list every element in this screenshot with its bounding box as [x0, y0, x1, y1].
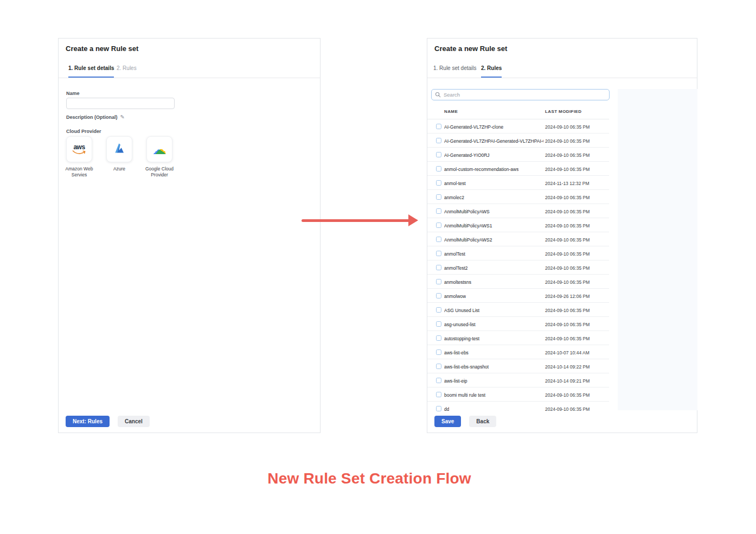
- table-row[interactable]: aws-list-ebs-snapshot 2024-10-14 09:22 P…: [427, 359, 609, 373]
- rules-table: AI-Generated-VL7ZHP-clone 2024-09-10 06:…: [427, 119, 609, 412]
- provider-option-azure: Azure: [106, 136, 132, 178]
- table-row[interactable]: aws-list-eip 2024-10-14 09:21 PM: [427, 373, 609, 387]
- table-row[interactable]: AI-Generated-VL7ZHP-clone 2024-09-10 06:…: [427, 119, 609, 134]
- column-header-name: NAME: [444, 109, 458, 114]
- last-modified: 2024-09-10 06:35 PM: [545, 265, 590, 271]
- create-ruleset-dialog-step2: Create a new Rule set 1. Rule set detail…: [427, 38, 697, 433]
- table-row[interactable]: anmolTest 2024-09-10 06:35 PM: [427, 246, 609, 260]
- row-checkbox[interactable]: [436, 265, 441, 270]
- table-row[interactable]: anmol-test 2024-11-13 12:32 PM: [427, 176, 609, 190]
- rule-name: AI-Generated-VL7ZHP-clone: [444, 124, 503, 130]
- cancel-button[interactable]: Cancel: [118, 416, 150, 427]
- dialog-title: Create a new Rule set: [434, 44, 507, 53]
- table-row[interactable]: AI-Generated-VL7ZHPAI-Generated-VL7ZHPAI…: [427, 134, 609, 148]
- provider-label: Azure: [102, 166, 136, 172]
- description-label-row: Description (Optional)✎: [66, 114, 125, 120]
- aws-icon: aws: [72, 144, 86, 155]
- row-checkbox[interactable]: [436, 335, 441, 341]
- row-checkbox[interactable]: [436, 349, 441, 355]
- flow-arrow: [302, 219, 411, 222]
- azure-icon: [112, 141, 126, 157]
- create-ruleset-dialog-step1: Create a new Rule set 1. Rule set detail…: [58, 38, 321, 433]
- last-modified: 2024-10-14 09:21 PM: [545, 378, 590, 384]
- table-row[interactable]: AnmolMultiPolicyAWS 2024-09-10 06:35 PM: [427, 204, 609, 218]
- row-checkbox[interactable]: [436, 208, 441, 214]
- last-modified: 2024-09-10 06:35 PM: [545, 279, 590, 285]
- table-row[interactable]: anmoltestsns 2024-09-10 06:35 PM: [427, 275, 609, 289]
- name-input[interactable]: [66, 98, 175, 109]
- tab-label: 2. Rules: [481, 62, 502, 74]
- row-checkbox[interactable]: [436, 223, 441, 228]
- provider-option-gcp: ☁ Google Cloud Provider: [146, 136, 172, 178]
- provider-label: Google Cloud Provider: [143, 166, 176, 178]
- table-row[interactable]: AnmolMultiPolicyAWS1 2024-09-10 06:35 PM: [427, 218, 609, 232]
- row-checkbox[interactable]: [436, 124, 441, 129]
- tab-rule-set-details[interactable]: 1. Rule set details: [433, 62, 477, 78]
- row-checkbox[interactable]: [436, 251, 441, 256]
- rule-name: anmolwow: [444, 294, 466, 299]
- provider-label: Amazon Web Servies: [62, 166, 96, 178]
- last-modified: 2024-09-10 06:35 PM: [545, 406, 590, 412]
- aws-card[interactable]: aws: [66, 136, 92, 162]
- rule-name: AnmolMultiPolicyAWS: [444, 209, 490, 214]
- last-modified: 2024-09-10 06:35 PM: [545, 167, 590, 172]
- row-checkbox[interactable]: [436, 180, 441, 186]
- last-modified: 2024-09-10 06:35 PM: [545, 195, 590, 200]
- rule-name: AI-Generated-YIO0RJ: [444, 152, 490, 158]
- last-modified: 2024-11-13 12:32 PM: [545, 181, 590, 186]
- tab-rule-set-details[interactable]: 1. Rule set details: [68, 62, 114, 78]
- rule-name: boomi multi rule test: [444, 392, 485, 398]
- table-row[interactable]: dd 2024-09-10 06:35 PM: [427, 402, 609, 412]
- table-header: NAME LAST MODIFIED: [427, 107, 609, 119]
- rule-name: AnmolMultiPolicyAWS1: [444, 223, 492, 228]
- table-row[interactable]: anmol-custom-recommendation-aws 2024-09-…: [427, 162, 609, 176]
- rule-name: anmol-custom-recommendation-aws: [444, 167, 518, 172]
- table-row[interactable]: boomi multi rule test 2024-09-10 06:35 P…: [427, 387, 609, 402]
- table-row[interactable]: aws-list-ebs 2024-10-07 10:44 AM: [427, 345, 609, 359]
- table-row[interactable]: anmolwow 2024-09-26 12:06 PM: [427, 289, 609, 303]
- dialog-title: Create a new Rule set: [66, 44, 138, 53]
- row-checkbox[interactable]: [436, 364, 441, 369]
- last-modified: 2024-09-10 06:35 PM: [545, 138, 590, 144]
- caption-text: New Rule Set Creation Flow: [0, 470, 739, 487]
- row-checkbox[interactable]: [436, 279, 441, 284]
- row-checkbox[interactable]: [436, 194, 441, 200]
- row-checkbox[interactable]: [436, 293, 441, 298]
- row-checkbox[interactable]: [436, 166, 441, 171]
- table-row[interactable]: AnmolMultiPolicyAWS2 2024-09-10 06:35 PM: [427, 232, 609, 246]
- table-row[interactable]: asg-unused-list 2024-09-10 06:35 PM: [427, 317, 609, 331]
- row-checkbox[interactable]: [436, 138, 441, 143]
- last-modified: 2024-10-14 09:22 PM: [545, 364, 590, 370]
- page: Create a new Rule set 1. Rule set detail…: [0, 0, 756, 534]
- rule-name: AI-Generated-VL7ZHPAI-Generated-VL7ZHPAI…: [444, 138, 543, 144]
- tab-rules[interactable]: 2. Rules: [481, 62, 502, 78]
- search-input[interactable]: [444, 92, 606, 98]
- azure-card[interactable]: [106, 136, 132, 162]
- row-checkbox[interactable]: [436, 406, 441, 411]
- provider-option-aws: aws Amazon Web Servies: [66, 136, 92, 178]
- table-row[interactable]: ASG Unused List 2024-09-10 06:35 PM: [427, 303, 609, 317]
- table-row[interactable]: autostopping-test 2024-09-10 06:35 PM: [427, 331, 609, 345]
- row-checkbox[interactable]: [436, 392, 441, 397]
- next-rules-button[interactable]: Next: Rules: [66, 416, 110, 427]
- last-modified: 2024-09-10 06:35 PM: [545, 336, 590, 341]
- table-row[interactable]: AI-Generated-YIO0RJ 2024-09-10 06:35 PM: [427, 148, 609, 162]
- table-row[interactable]: anmolec2 2024-09-10 06:35 PM: [427, 190, 609, 204]
- row-checkbox[interactable]: [436, 152, 441, 157]
- save-button[interactable]: Save: [434, 416, 461, 427]
- table-row[interactable]: anmolTest2 2024-09-10 06:35 PM: [427, 260, 609, 275]
- tab-label: 1. Rule set details: [433, 62, 477, 74]
- row-checkbox[interactable]: [436, 321, 441, 327]
- tab-rules[interactable]: 2. Rules: [117, 62, 137, 78]
- row-checkbox[interactable]: [436, 237, 441, 242]
- edit-pencil-icon[interactable]: ✎: [120, 114, 125, 120]
- rule-name: anmolTest2: [444, 265, 467, 271]
- gcp-card[interactable]: ☁: [146, 136, 172, 162]
- row-checkbox[interactable]: [436, 307, 441, 313]
- last-modified: 2024-09-10 06:35 PM: [545, 237, 590, 243]
- description-label: Description (Optional): [66, 115, 118, 120]
- back-button[interactable]: Back: [469, 416, 496, 427]
- rule-name: AnmolMultiPolicyAWS2: [444, 237, 492, 243]
- row-checkbox[interactable]: [436, 378, 441, 383]
- dialog-tabs: 1. Rule set details 2. Rules: [427, 63, 697, 78]
